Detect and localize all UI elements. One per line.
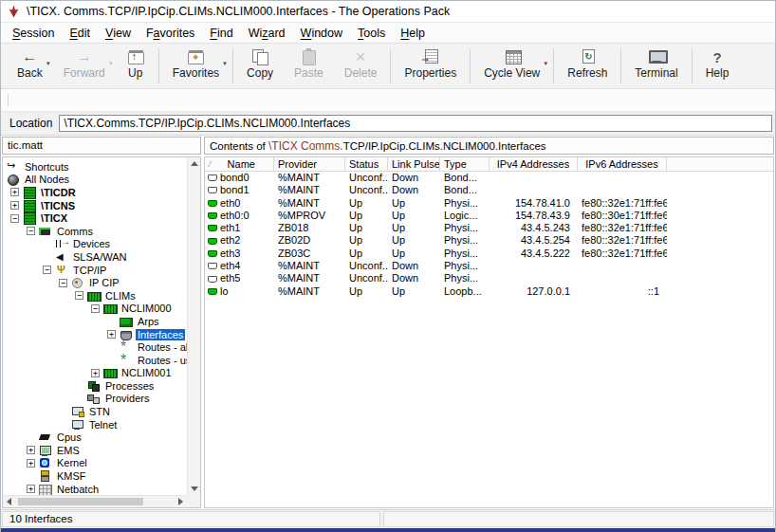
app-icon[interactable] [8, 6, 20, 18]
table-row-eth2[interactable]: eth2ZB02DUpUpPhysi...43.4.5.254fe80::32e… [205, 234, 773, 247]
tree-item-ticns[interactable]: +\TICNS [3, 199, 187, 212]
ems-icon [39, 445, 52, 456]
dropdown-arrow-icon[interactable]: ▼ [222, 61, 228, 66]
expand-toggle-icon[interactable]: + [27, 446, 35, 454]
tree-item-tcp-ip[interactable]: −TCP/IP [3, 264, 187, 277]
table-row-eth0-0[interactable]: eth0:0%MPROVUpUpLogic...154.78.43.9fe80:… [205, 210, 773, 222]
tree-item-routes-us[interactable]: Routes - us [3, 354, 187, 367]
scroll-up-icon[interactable] [191, 161, 198, 166]
tree-item-ip-cip[interactable]: −IP CIP [3, 276, 187, 289]
tree-item-shortcuts[interactable]: Shortcuts [3, 160, 187, 174]
expand-toggle-icon[interactable]: + [10, 201, 19, 210]
tree-item-arps[interactable]: Arps [3, 315, 187, 328]
back-button[interactable]: Back▼ [7, 45, 53, 87]
tree-item-devices[interactable]: Devices [3, 238, 187, 251]
table-row-lo[interactable]: lo%MAINTUpUpLoopb...127.0.0.1::1 [205, 285, 773, 298]
tree-item-clims[interactable]: −CLIMs [3, 289, 187, 303]
copy-button[interactable]: Copy [236, 45, 284, 87]
menu-item-wizard[interactable]: Wizard [241, 24, 293, 43]
menu-item-find[interactable]: Find [202, 24, 240, 43]
tree-item-kmsf[interactable]: KMSF [3, 469, 187, 483]
tree-item-ticdr[interactable]: +\TICDR [3, 186, 187, 199]
tree-horizontal-scrollbar[interactable] [3, 495, 187, 507]
menu-item-window[interactable]: Window [293, 24, 350, 43]
tree-item-all-nodes[interactable]: All Nodes [3, 174, 187, 187]
expand-toggle-icon[interactable]: − [27, 227, 35, 235]
menu-item-help[interactable]: Help [393, 24, 433, 43]
tree-item-providers[interactable]: Providers [3, 393, 187, 406]
expand-toggle-icon[interactable]: − [10, 214, 19, 223]
tree-item-nclim000[interactable]: −NCLIM000 [3, 303, 187, 316]
expand-toggle-icon[interactable]: − [91, 304, 100, 313]
tree-item-routes-all[interactable]: Routes - all [3, 340, 187, 354]
expand-toggle-icon[interactable]: + [107, 330, 116, 339]
tree-item-label: TCP/IP [71, 265, 108, 276]
menu-item-session[interactable]: Session [5, 24, 62, 43]
terminal-button[interactable]: Terminal [624, 45, 688, 87]
up-button[interactable]: Up [116, 45, 156, 87]
column-header-label: Name [213, 158, 269, 170]
tree-vertical-scrollbar[interactable] [187, 157, 200, 495]
column-header-name[interactable]: /Name [205, 157, 274, 171]
menu-item-tools[interactable]: Tools [350, 24, 393, 43]
tree-item-telnet[interactable]: Telnet [3, 418, 187, 431]
column-header-ipv6-addresses[interactable]: IPv6 Addresses [578, 157, 667, 171]
column-header-ipv4-addresses[interactable]: IPv4 Addresses [490, 157, 578, 171]
tree-item-slsa-wan[interactable]: SLSA/WAN [3, 250, 187, 264]
location-input[interactable] [59, 115, 772, 132]
expand-toggle-icon[interactable]: + [91, 369, 100, 377]
table-row-bond0[interactable]: bond0%MAINTUnconf...DownBond... [205, 172, 773, 184]
table-row-eth1[interactable]: eth1ZB018UpUpPhysi...43.4.5.243fe80::32e… [205, 222, 773, 234]
scroll-left-icon[interactable] [7, 498, 11, 505]
expand-toggle-icon[interactable]: − [59, 279, 67, 287]
cell-status: Up [345, 210, 388, 222]
rebar-gripper[interactable] [8, 94, 9, 106]
cell-name: eth3 [205, 248, 274, 260]
scroll-right-icon[interactable] [178, 498, 183, 505]
tcpip-icon [55, 265, 68, 276]
cycle-view-button[interactable]: Cycle View▼ [473, 45, 550, 87]
menu-item-edit[interactable]: Edit [62, 24, 98, 43]
column-header-link-pulse[interactable]: Link Pulse [388, 157, 440, 171]
tree-item-kernel[interactable]: +Kernel [3, 457, 187, 470]
expand-toggle-icon[interactable]: + [10, 188, 19, 196]
expand-toggle-icon[interactable]: + [27, 485, 35, 493]
dropdown-arrow-icon[interactable]: ▼ [46, 61, 51, 66]
tree-item-stn[interactable]: STN [3, 405, 187, 418]
scrollbar-thumb[interactable] [18, 498, 143, 505]
expand-toggle-icon[interactable]: − [43, 266, 51, 274]
column-header-provider[interactable]: Provider [274, 157, 345, 171]
tree-item-netbatch[interactable]: +Netbatch [3, 483, 187, 495]
dropdown-arrow-icon[interactable]: ▼ [543, 61, 548, 66]
table-row-eth3[interactable]: eth3ZB03CUpUpPhysi...43.4.5.222fe80::32e… [205, 248, 773, 260]
cell-provider: %MPROV [274, 210, 345, 222]
dropdown-arrow-icon[interactable]: ▼ [108, 61, 114, 66]
table-row-eth5[interactable]: eth5%MAINTUnconf...DownPhysi... [205, 272, 773, 284]
cell-ipv6-addresses: fe80::32e1:71ff:fe6... [578, 234, 667, 247]
tree-item-comms[interactable]: −Comms [3, 225, 187, 238]
interface-name: eth4 [220, 260, 240, 272]
menu-item-view[interactable]: View [98, 24, 139, 43]
column-header-type[interactable]: Type [440, 157, 490, 171]
tree-container: ShortcutsAll Nodes+\TICDR+\TICNS−\TICX−C… [2, 156, 201, 508]
column-header-label: IPv4 Addresses [493, 158, 573, 170]
tree-item-cpus[interactable]: Cpus [3, 431, 187, 444]
tree-item-processes[interactable]: Processes [3, 379, 187, 393]
tree-item-ems[interactable]: +EMS [3, 444, 187, 457]
help-button[interactable]: Help [695, 45, 740, 87]
menu-item-favorites[interactable]: Favorites [139, 24, 202, 43]
tree-item-interfaces[interactable]: +Interfaces [3, 328, 187, 341]
tree-item-nclim001[interactable]: +NCLIM001 [3, 367, 187, 380]
scroll-down-icon[interactable] [191, 486, 198, 491]
column-header-status[interactable]: Status [345, 157, 388, 171]
table-row-eth4[interactable]: eth4%MAINTUnconf...DownPhysi... [205, 260, 773, 272]
properties-button[interactable]: Properties [394, 45, 467, 87]
expand-toggle-icon[interactable]: − [75, 291, 83, 300]
table-row-eth0[interactable]: eth0%MAINTUpUpPhysi...154.78.41.0fe80::3… [205, 197, 773, 210]
expand-toggle-icon[interactable]: + [27, 459, 35, 468]
refresh-button[interactable]: Refresh [557, 45, 618, 87]
favorites-button[interactable]: Favorites▼ [162, 45, 230, 87]
tree-item-ticx[interactable]: −\TICX [3, 211, 187, 225]
toolbar-button-label: Delete [344, 66, 378, 80]
table-row-bond1[interactable]: bond1%MAINTUnconf...DownBond... [205, 184, 773, 196]
